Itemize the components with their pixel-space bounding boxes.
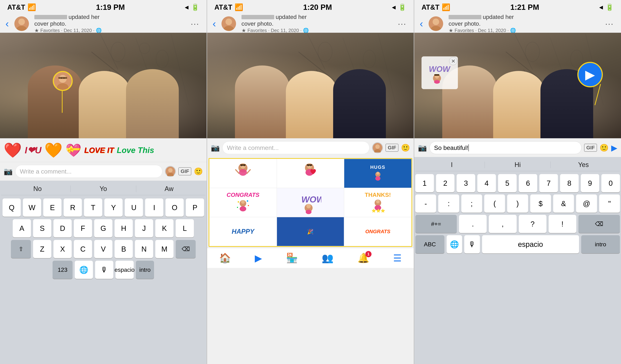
sticker-cell-thanks[interactable]: THANKS! ⭐⭐⭐ (344, 188, 412, 217)
emoji-button-1[interactable]: 🙂 (194, 167, 203, 176)
back-button-2[interactable]: ‹ (213, 18, 216, 30)
sticker-cell-ongrats[interactable]: ONGRATS (344, 217, 412, 246)
key-1[interactable]: 1 (415, 174, 434, 192)
key-period[interactable]: . (459, 215, 487, 233)
nav-notifications[interactable]: 🔔 1 (358, 253, 369, 264)
key-exclaim[interactable]: ! (549, 215, 576, 233)
key-3[interactable]: 3 (457, 174, 475, 192)
suggestion-yo[interactable]: Yo (70, 185, 136, 193)
key-return-3[interactable]: intro (581, 235, 620, 253)
key-0[interactable]: 0 (601, 174, 620, 192)
bitmoji-avatar-comment-1[interactable] (165, 166, 176, 177)
key-ampersand[interactable]: & (553, 194, 574, 213)
floating-sticker-wow[interactable]: WOW ✕ (422, 56, 458, 89)
key-k[interactable]: K (155, 219, 173, 237)
key-dash[interactable]: - (415, 194, 436, 213)
key-7[interactable]: 7 (539, 174, 558, 192)
key-comma[interactable]: , (489, 215, 517, 233)
key-d[interactable]: D (53, 219, 72, 237)
key-at[interactable]: @ (576, 194, 597, 213)
emoji-button-2[interactable]: 🙂 (401, 143, 410, 152)
key-n[interactable]: N (135, 240, 153, 258)
suggestion-i[interactable]: I (419, 161, 485, 169)
nav-menu[interactable]: ☰ (393, 253, 402, 264)
key-6[interactable]: 6 (519, 174, 537, 192)
key-shift[interactable]: ⇧ (11, 240, 31, 258)
close-sticker-button[interactable]: ✕ (449, 57, 457, 65)
sticker-cell-happy[interactable]: HAPPY (209, 217, 277, 246)
sticker-cell-heart[interactable] (277, 159, 344, 188)
key-v[interactable]: V (94, 240, 112, 258)
key-backspace-3[interactable]: ⌫ (578, 215, 620, 233)
sticker-iloveyou-1[interactable]: I❤U (25, 141, 41, 159)
nav-friends[interactable]: 👥 (322, 253, 333, 264)
key-hashplus[interactable]: #+= (415, 215, 457, 233)
more-button-2[interactable]: ··· (396, 19, 408, 29)
key-o[interactable]: O (166, 198, 184, 217)
sticker-cell-wave[interactable] (209, 159, 277, 188)
nav-marketplace[interactable]: 🏪 (286, 253, 298, 264)
key-return[interactable]: intro (136, 261, 154, 279)
key-f[interactable]: F (74, 219, 92, 237)
key-semicolon[interactable]: ; (461, 194, 482, 213)
sticker-lovethis-1[interactable]: Love This (117, 141, 154, 159)
key-colon[interactable]: : (438, 194, 459, 213)
camera-icon-2[interactable]: 📷 (211, 143, 220, 152)
key-globe-3[interactable]: 🌐 (447, 235, 462, 253)
suggestion-hi[interactable]: Hi (485, 161, 551, 169)
sticker-heart2-1[interactable]: 🧡 (44, 141, 63, 159)
gif-button-1[interactable]: GIF (178, 167, 191, 175)
nav-watch[interactable]: ▶ (255, 253, 262, 264)
key-z[interactable]: Z (33, 240, 51, 258)
key-dollar[interactable]: $ (530, 194, 551, 213)
key-8[interactable]: 8 (560, 174, 579, 192)
gif-button-3[interactable]: GIF (584, 144, 597, 152)
key-s[interactable]: S (33, 219, 51, 237)
key-u[interactable]: U (125, 198, 143, 217)
sticker-cell-hugs[interactable]: HUGS (344, 159, 412, 188)
key-5[interactable]: 5 (498, 174, 517, 192)
key-2[interactable]: 2 (436, 174, 455, 192)
key-space[interactable]: espacio (116, 261, 134, 279)
nav-home[interactable]: 🏠 (219, 253, 231, 264)
sticker-cell-congrats[interactable]: CONGRATS (209, 188, 277, 217)
key-e[interactable]: E (43, 198, 61, 217)
camera-icon-3[interactable]: 📷 (418, 143, 427, 152)
key-mic-3[interactable]: 🎙 (464, 235, 480, 253)
sticker-cell-blue[interactable]: 🎉 (277, 217, 344, 246)
key-4[interactable]: 4 (477, 174, 496, 192)
back-button-1[interactable]: ‹ (5, 18, 9, 30)
suggestion-aw[interactable]: Aw (136, 185, 202, 193)
send-button-3[interactable]: ▶ (611, 143, 617, 153)
key-a[interactable]: A (13, 219, 31, 237)
key-h[interactable]: H (115, 219, 133, 237)
key-abc[interactable]: ABC (415, 235, 444, 253)
key-q[interactable]: Q (2, 198, 21, 217)
suggestion-yes[interactable]: Yes (551, 161, 616, 169)
sticker-heart-1[interactable]: ❤️ (4, 141, 22, 159)
gif-button-2[interactable]: GIF (385, 144, 398, 152)
key-backspace[interactable]: ⌫ (176, 240, 196, 258)
key-closeparen[interactable]: ) (507, 194, 528, 213)
key-b[interactable]: B (115, 240, 133, 258)
sticker-cell-wow[interactable]: WOW (277, 188, 344, 217)
bitmoji-avatar-comment-2[interactable] (372, 142, 383, 153)
key-r[interactable]: R (64, 198, 82, 217)
key-g[interactable]: G (94, 219, 112, 237)
camera-icon-1[interactable]: 📷 (4, 167, 13, 176)
key-openparen[interactable]: ( (484, 194, 505, 213)
back-button-3[interactable]: ‹ (420, 18, 423, 30)
key-l[interactable]: L (176, 219, 194, 237)
suggestion-no[interactable]: No (5, 185, 70, 193)
key-9[interactable]: 9 (581, 174, 599, 192)
key-globe[interactable]: 🌐 (75, 261, 93, 279)
key-m[interactable]: M (155, 240, 173, 258)
more-button-3[interactable]: ··· (603, 19, 616, 29)
key-space-3[interactable]: espacio (482, 235, 579, 253)
key-c[interactable]: C (74, 240, 92, 258)
key-j[interactable]: J (135, 219, 153, 237)
key-question[interactable]: ? (519, 215, 546, 233)
comment-input-1[interactable]: Write a comment... (15, 165, 162, 178)
key-t[interactable]: T (84, 198, 102, 217)
sticker-hug-1[interactable]: 💝 (66, 141, 81, 159)
